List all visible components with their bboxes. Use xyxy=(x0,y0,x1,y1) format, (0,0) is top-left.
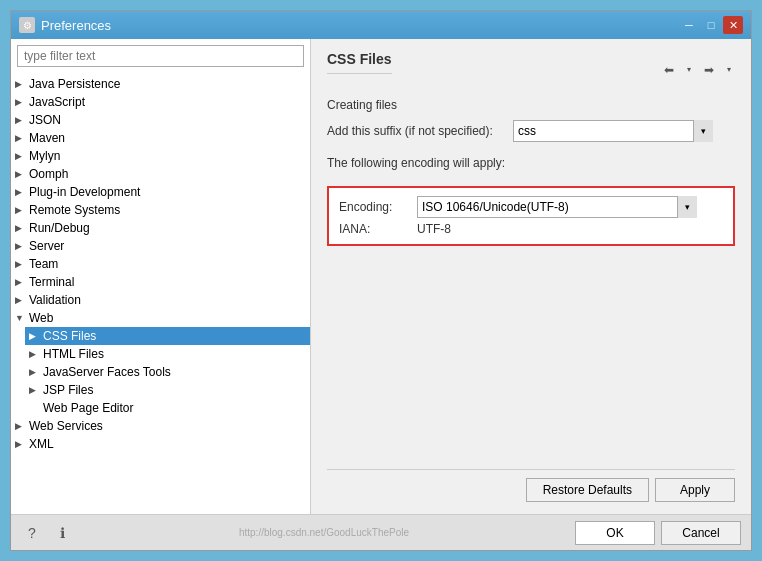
tree-item-web[interactable]: ▼ Web xyxy=(11,309,310,327)
tree-item-jsp-files[interactable]: ▶ JSP Files xyxy=(25,381,310,399)
preferences-dialog: ⚙ Preferences ─ □ ✕ ▶ Java Persistence xyxy=(10,10,752,551)
window-body: ▶ Java Persistence ▶ JavaScript ▶ JSON ▶… xyxy=(11,39,751,514)
restore-defaults-button[interactable]: Restore Defaults xyxy=(526,478,649,502)
tree-item-terminal[interactable]: ▶ Terminal xyxy=(11,273,310,291)
expand-arrow: ▶ xyxy=(29,331,43,341)
footer-bar: ? ℹ http://blog.csdn.net/GoodLuckThePole… xyxy=(11,514,751,550)
right-panel: CSS Files ⬅ ▾ ➡ ▾ Creating files Add thi… xyxy=(311,39,751,514)
back-dropdown[interactable]: ▾ xyxy=(683,60,695,80)
expand-arrow: ▶ xyxy=(29,367,43,377)
iana-value: UTF-8 xyxy=(417,222,451,236)
maximize-button[interactable]: □ xyxy=(701,16,721,34)
window-controls: ─ □ ✕ xyxy=(679,16,743,34)
tree-item-validation[interactable]: ▶ Validation xyxy=(11,291,310,309)
nav-icons: ⬅ ▾ ➡ ▾ xyxy=(659,60,735,80)
iana-label: IANA: xyxy=(339,222,409,236)
creating-files-label: Creating files xyxy=(327,98,735,112)
iana-row: IANA: UTF-8 xyxy=(339,222,723,236)
encoding-label: Encoding: xyxy=(339,200,409,214)
suffix-label: Add this suffix (if not specified): xyxy=(327,124,507,138)
footer-right: OK Cancel xyxy=(575,521,741,545)
expand-arrow: ▶ xyxy=(15,205,29,215)
tree-item-run-debug[interactable]: ▶ Run/Debug xyxy=(11,219,310,237)
filter-input[interactable] xyxy=(17,45,304,67)
tree-item-oomph[interactable]: ▶ Oomph xyxy=(11,165,310,183)
suffix-select[interactable]: css xyxy=(513,120,713,142)
title-bar-left: ⚙ Preferences xyxy=(19,17,111,33)
panel-header: CSS Files ⬅ ▾ ➡ ▾ xyxy=(327,51,735,88)
expand-arrow: ▶ xyxy=(15,187,29,197)
suffix-select-wrapper: css ▾ xyxy=(513,120,713,142)
apply-button[interactable]: Apply xyxy=(655,478,735,502)
help-button[interactable]: ? xyxy=(21,522,43,544)
expand-arrow: ▶ xyxy=(15,439,29,449)
expand-arrow: ▶ xyxy=(15,79,29,89)
title-bar: ⚙ Preferences ─ □ ✕ xyxy=(11,11,751,39)
expand-arrow: ▶ xyxy=(15,169,29,179)
window-title: Preferences xyxy=(41,18,111,33)
expand-arrow: ▶ xyxy=(15,259,29,269)
tree-item-maven[interactable]: ▶ Maven xyxy=(11,129,310,147)
encoding-row: Encoding: ISO 10646/Unicode(UTF-8) ▾ xyxy=(339,196,723,218)
info-button[interactable]: ℹ xyxy=(51,522,73,544)
watermark: http://blog.csdn.net/GoodLuckThePole xyxy=(239,527,409,538)
tree-item-javascript[interactable]: ▶ JavaScript xyxy=(11,93,310,111)
tree-item-javaserver-faces[interactable]: ▶ JavaServer Faces Tools xyxy=(25,363,310,381)
footer-left: ? ℹ xyxy=(21,522,73,544)
expand-arrow: ▶ xyxy=(15,277,29,287)
forward-dropdown[interactable]: ▾ xyxy=(723,60,735,80)
back-button[interactable]: ⬅ xyxy=(659,60,679,80)
expand-arrow: ▶ xyxy=(15,295,29,305)
encoding-select-wrapper: ISO 10646/Unicode(UTF-8) ▾ xyxy=(417,196,697,218)
minimize-button[interactable]: ─ xyxy=(679,16,699,34)
suffix-row: Add this suffix (if not specified): css … xyxy=(327,120,735,142)
left-panel: ▶ Java Persistence ▶ JavaScript ▶ JSON ▶… xyxy=(11,39,311,514)
tree-item-plugin-development[interactable]: ▶ Plug-in Development xyxy=(11,183,310,201)
tree-container: ▶ Java Persistence ▶ JavaScript ▶ JSON ▶… xyxy=(11,73,310,514)
expand-arrow: ▶ xyxy=(15,115,29,125)
expand-arrow: ▼ xyxy=(15,313,29,323)
panel-title: CSS Files xyxy=(327,51,392,74)
tree-item-xml[interactable]: ▶ XML xyxy=(11,435,310,453)
ok-button[interactable]: OK xyxy=(575,521,655,545)
tree-item-remote-systems[interactable]: ▶ Remote Systems xyxy=(11,201,310,219)
tree-item-server[interactable]: ▶ Server xyxy=(11,237,310,255)
tree-item-html-files[interactable]: ▶ HTML Files xyxy=(25,345,310,363)
cancel-button[interactable]: Cancel xyxy=(661,521,741,545)
expand-arrow: ▶ xyxy=(15,241,29,251)
expand-arrow: ▶ xyxy=(29,385,43,395)
tree-item-json[interactable]: ▶ JSON xyxy=(11,111,310,129)
tree-web-children: ▶ CSS Files ▶ HTML Files ▶ JavaServer Fa… xyxy=(11,327,310,417)
encoding-header: The following encoding will apply: xyxy=(327,156,735,170)
expand-arrow: ▶ xyxy=(15,97,29,107)
forward-button[interactable]: ➡ xyxy=(699,60,719,80)
tree-item-mylyn[interactable]: ▶ Mylyn xyxy=(11,147,310,165)
tree-item-team[interactable]: ▶ Team xyxy=(11,255,310,273)
expand-arrow: ▶ xyxy=(15,421,29,431)
tree-item-web-page-editor[interactable]: ▶ Web Page Editor xyxy=(25,399,310,417)
bottom-bar: Restore Defaults Apply xyxy=(327,469,735,502)
encoding-box: Encoding: ISO 10646/Unicode(UTF-8) ▾ IAN… xyxy=(327,186,735,246)
tree-item-web-services[interactable]: ▶ Web Services xyxy=(11,417,310,435)
tree-item-java-persistence[interactable]: ▶ Java Persistence xyxy=(11,75,310,93)
expand-arrow: ▶ xyxy=(29,349,43,359)
expand-arrow: ▶ xyxy=(15,223,29,233)
expand-arrow: ▶ xyxy=(15,133,29,143)
expand-arrow: ▶ xyxy=(15,151,29,161)
preferences-icon: ⚙ xyxy=(19,17,35,33)
close-button[interactable]: ✕ xyxy=(723,16,743,34)
encoding-select[interactable]: ISO 10646/Unicode(UTF-8) xyxy=(417,196,697,218)
tree-item-css-files[interactable]: ▶ CSS Files xyxy=(25,327,310,345)
